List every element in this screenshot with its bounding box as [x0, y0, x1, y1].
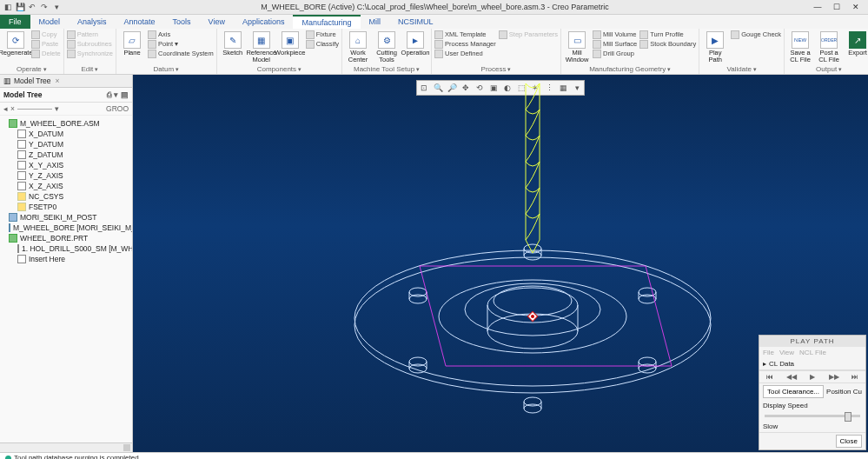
group-label[interactable]: Operate [3, 64, 61, 74]
tree-node[interactable]: WHEEL_BORE.PRT [2, 233, 130, 243]
pp-tab-ncl[interactable]: NCL File [799, 349, 826, 356]
play-button[interactable]: ▶ [805, 373, 819, 381]
tree-node[interactable]: 1. HOL_DRILL_S000_SM [M_WHEEL_BORE] [2, 243, 130, 254]
classify-button[interactable]: Classify [306, 40, 339, 49]
vp-zoomin-icon[interactable]: 🔍 [433, 83, 443, 92]
tree-search-input[interactable] [17, 109, 52, 110]
workpiece-button[interactable]: ▣Workpiece [277, 30, 303, 57]
tree-node[interactable]: MORI_SEIKI_M_POST [2, 212, 130, 223]
group-label[interactable]: Output [787, 64, 868, 74]
group-label[interactable]: Edit [67, 64, 113, 74]
tree-expand-icon[interactable]: ◂ [3, 104, 8, 113]
vp-zoomout-icon[interactable]: 🔎 [447, 83, 457, 92]
redo-icon[interactable]: ↷ [40, 3, 49, 11]
rewind-button[interactable]: ⏮ [763, 373, 777, 381]
tab-mill[interactable]: Mill [361, 15, 390, 29]
tab-annotate[interactable]: Annotate [116, 15, 164, 29]
millwindow-button[interactable]: ▭Mill Window [564, 30, 590, 63]
sketch-button[interactable]: ✎Sketch [220, 30, 246, 57]
tree-search-icon[interactable]: × [10, 104, 15, 113]
stepfwd-button[interactable]: ▶▶ [827, 373, 841, 381]
drillgroup-button[interactable]: Drill Group [593, 50, 637, 58]
undo-icon[interactable]: ↶ [28, 3, 36, 11]
tree-node[interactable]: X_Z_AXIS [2, 181, 130, 191]
regenerate-button[interactable]: ⟳Regenerate [3, 30, 29, 57]
tree-filter-icon[interactable]: ▾ [114, 90, 118, 99]
workcenter-button[interactable]: ⌂Work Center [345, 30, 371, 63]
stockboundary-button[interactable]: Stock Boundary [639, 40, 696, 49]
tab-applications[interactable]: Applications [234, 15, 294, 29]
tab-file[interactable]: File [0, 15, 30, 29]
stepback-button[interactable]: ◀◀ [785, 373, 798, 381]
tab-model[interactable]: Model [30, 15, 70, 29]
tree-collapse-icon[interactable]: ▾ [55, 104, 59, 113]
playpath-button[interactable]: ▶Play Path [702, 30, 728, 63]
pp-tab-view[interactable]: View [779, 349, 794, 356]
vp-rotate-icon[interactable]: ⟲ [474, 83, 485, 92]
tree-show-icon[interactable]: ▤ [121, 90, 129, 99]
tree-body[interactable]: M_WHEEL_BORE.ASMX_DATUMY_DATUMZ_DATUMX_Y… [0, 116, 132, 442]
group-label[interactable]: Process [434, 64, 558, 74]
tab-view[interactable]: View [200, 15, 234, 29]
group-label[interactable]: Components [220, 64, 339, 74]
vp-style-icon[interactable]: ◐ [502, 83, 513, 92]
tab-analysis[interactable]: Analysis [69, 15, 116, 29]
postclfile-button[interactable]: ORDERPost a CL File [816, 30, 842, 63]
point-button[interactable]: Point ▾ [148, 40, 214, 49]
vp-views-icon[interactable]: ▣ [488, 83, 499, 92]
tree-node[interactable]: Insert Here [2, 254, 130, 264]
vp-display-icon[interactable]: ⬚ [516, 83, 527, 92]
saveclfile-button[interactable]: NEWSave a CL File [787, 30, 813, 63]
tab-tools[interactable]: Tools [164, 15, 200, 29]
vp-annot-icon[interactable]: ⋮ [544, 83, 554, 92]
tree-scrollbar[interactable] [0, 442, 132, 452]
processmgr-button[interactable]: Process Manager [434, 40, 496, 49]
cuttingtools-button[interactable]: ⚙Cutting Tools [374, 30, 400, 63]
slider-thumb[interactable] [845, 412, 851, 422]
turnprofile-button[interactable]: Turn Profile [639, 30, 696, 39]
tree-settings-icon[interactable]: ⎙ [107, 90, 111, 99]
vp-pan-icon[interactable]: ✥ [461, 83, 471, 92]
save-icon[interactable]: 💾 [16, 3, 24, 11]
group-label[interactable]: Manufacturing Geometry [564, 64, 696, 74]
userdefined-button[interactable]: User Defined [434, 50, 496, 58]
vp-more-icon[interactable]: ▾ [572, 83, 582, 92]
tab-manufacturing[interactable]: Manufacturing [293, 15, 360, 29]
cl-data-row[interactable]: ▸CL Data [759, 358, 865, 370]
group-label[interactable]: Machine Tool Setup [345, 64, 428, 74]
3d-viewport[interactable]: ⊡ 🔍 🔎 ✥ ⟲ ▣ ◐ ⬚ ✶ ⋮ ▦ ▾ [133, 75, 868, 452]
close-button[interactable]: ✕ [847, 2, 865, 12]
tree-node[interactable]: Z_DATUM [2, 150, 130, 160]
millsurface-button[interactable]: Mill Surface [593, 40, 637, 49]
vp-refit-icon[interactable]: ⊡ [419, 83, 429, 92]
group-label[interactable]: Validate [702, 64, 781, 74]
vp-grid-icon[interactable]: ▦ [558, 83, 568, 92]
export-button[interactable]: ↗Export [845, 30, 868, 57]
tree-node[interactable]: M_WHEEL_BORE [MORI_SEIKI_M_POST] [2, 223, 130, 233]
tree-node[interactable]: X_Y_AXIS [2, 160, 130, 170]
tree-node[interactable]: M_WHEEL_BORE.ASM [2, 118, 130, 129]
minimize-button[interactable]: — [809, 2, 826, 12]
close-icon[interactable]: × [56, 76, 60, 85]
qat-dropdown-icon[interactable]: ▾ [52, 3, 61, 11]
maximize-button[interactable]: ☐ [828, 2, 845, 12]
tree-tab[interactable]: ▥Model Tree× [0, 75, 132, 88]
pp-tab-file[interactable]: File [763, 349, 774, 356]
xmltemplate-button[interactable]: XML Template [434, 30, 496, 39]
plane-button[interactable]: ▱Plane [119, 30, 145, 57]
group-label[interactable]: Datum [119, 64, 214, 74]
tree-node[interactable]: NC_CSYS [2, 191, 130, 202]
end-button[interactable]: ⏭ [848, 373, 862, 381]
tree-node[interactable]: Y_Z_AXIS [2, 170, 130, 181]
refmodel-button[interactable]: ▦Reference Model [248, 30, 275, 63]
tree-node[interactable]: Y_DATUM [2, 139, 130, 150]
tree-node[interactable]: FSETP0 [2, 202, 130, 212]
csys-button[interactable]: Coordinate System [148, 50, 214, 58]
gougecheck-button[interactable]: Gouge Check [731, 30, 781, 39]
axis-button[interactable]: Axis [148, 30, 214, 39]
tool-clearance-button[interactable]: Tool Clearance... [763, 385, 824, 398]
close-panel-button[interactable]: Close [836, 435, 862, 448]
tree-node[interactable]: X_DATUM [2, 129, 130, 139]
fixture-button[interactable]: Fixture [306, 30, 339, 39]
millvolume-button[interactable]: Mill Volume [593, 30, 637, 39]
